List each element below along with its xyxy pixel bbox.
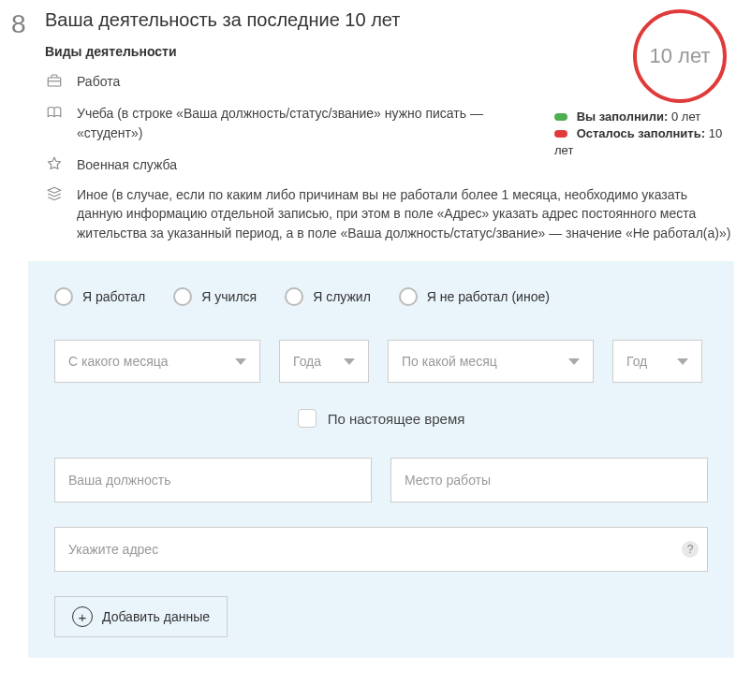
address-input[interactable]: Укажите адрес xyxy=(54,527,708,572)
radio-not-worked[interactable]: Я не работал (иное) xyxy=(399,287,550,306)
chevron-down-icon xyxy=(568,358,580,365)
activity-type-label: Учеба (в строке «Ваша должность/статус/з… xyxy=(77,104,545,142)
activity-type-list: Работа Учеба (в строке «Ваша должность/с… xyxy=(45,72,545,174)
status-filled-label: Вы заполнили: xyxy=(577,109,669,124)
progress-ring-label: 10 лет xyxy=(649,44,710,68)
status-filled-value: 0 лет xyxy=(671,109,700,124)
position-input[interactable]: Ваша должность xyxy=(54,458,372,503)
radio-served[interactable]: Я служил xyxy=(285,287,371,306)
radio-icon xyxy=(54,287,73,306)
status-remaining: Осталось заполнить: 10 лет xyxy=(554,125,732,159)
radio-icon xyxy=(399,287,418,306)
help-icon[interactable]: ? xyxy=(682,541,699,558)
to-month-select[interactable]: По какой месяц xyxy=(388,340,594,383)
book-icon xyxy=(45,104,64,121)
radio-studied[interactable]: Я учился xyxy=(173,287,257,306)
period-row: С какого месяца Года По какой месяц Год xyxy=(54,340,708,383)
status-filled: Вы заполнили: 0 лет xyxy=(554,109,732,125)
chevron-down-icon xyxy=(677,358,688,365)
section-header: 8 Ваша деятельность за последние 10 лет … xyxy=(0,0,751,187)
radio-label: Я учился xyxy=(201,289,257,304)
progress-panel: 10 лет Вы заполнили: 0 лет Осталось запо… xyxy=(554,9,732,187)
from-month-select[interactable]: С какого месяца xyxy=(54,340,260,383)
plus-icon: + xyxy=(72,606,93,627)
add-data-button[interactable]: + Добавить данные xyxy=(54,596,228,637)
svg-rect-0 xyxy=(48,78,61,86)
activity-type-label: Иное (в случае, если по каким либо причи… xyxy=(77,185,732,242)
activity-type-other: Иное (в случае, если по каким либо причи… xyxy=(0,185,751,242)
page-title: Ваша деятельность за последние 10 лет xyxy=(45,9,545,31)
address-row: Укажите адрес ? xyxy=(54,527,708,572)
radio-label: Я работал xyxy=(82,289,145,304)
star-icon xyxy=(45,155,64,172)
radio-worked[interactable]: Я работал xyxy=(54,287,145,306)
select-placeholder: Год xyxy=(626,354,647,369)
input-placeholder: Место работы xyxy=(405,473,491,488)
radio-icon xyxy=(173,287,192,306)
header-body: Ваша деятельность за последние 10 лет Ви… xyxy=(45,9,545,187)
chevron-down-icon xyxy=(235,358,246,365)
radio-label: Я служил xyxy=(313,289,371,304)
chevron-down-icon xyxy=(344,358,355,365)
section-subtitle: Виды деятельности xyxy=(45,44,545,59)
radio-label: Я не работал (иное) xyxy=(427,289,550,304)
workplace-input[interactable]: Место работы xyxy=(390,458,708,503)
input-placeholder: Укажите адрес xyxy=(68,542,158,557)
activity-type-study: Учеба (в строке «Ваша должность/статус/з… xyxy=(45,104,545,142)
activity-type-work: Работа xyxy=(45,72,545,91)
present-checkbox-label: По настоящее время xyxy=(328,411,465,427)
input-placeholder: Ваша должность xyxy=(68,473,170,488)
status-remain-label: Осталось заполнить: xyxy=(577,126,705,140)
present-checkbox-row: По настоящее время xyxy=(54,409,708,428)
activity-type-label: Военная служба xyxy=(77,155,545,174)
dot-red-icon xyxy=(554,130,567,138)
add-button-label: Добавить данные xyxy=(102,609,210,624)
to-year-select[interactable]: Год xyxy=(612,340,702,383)
position-workplace-row: Ваша должность Место работы xyxy=(54,458,708,503)
layers-icon xyxy=(45,185,64,202)
activity-form: Я работал Я учился Я служил Я не работал… xyxy=(28,261,734,658)
select-placeholder: С какого месяца xyxy=(68,354,169,369)
select-placeholder: Года xyxy=(293,354,321,369)
progress-ring: 10 лет xyxy=(633,9,727,103)
activity-type-label: Работа xyxy=(77,72,545,91)
from-year-select[interactable]: Года xyxy=(279,340,369,383)
activity-radio-group: Я работал Я учился Я служил Я не работал… xyxy=(54,287,708,306)
activity-type-military: Военная служба xyxy=(45,155,545,174)
briefcase-icon xyxy=(45,72,64,89)
present-checkbox[interactable] xyxy=(298,409,317,428)
select-placeholder: По какой месяц xyxy=(402,354,497,369)
dot-green-icon xyxy=(554,113,567,121)
step-number: 8 xyxy=(11,9,45,187)
radio-icon xyxy=(285,287,303,306)
progress-ring-wrap: 10 лет xyxy=(554,9,727,103)
